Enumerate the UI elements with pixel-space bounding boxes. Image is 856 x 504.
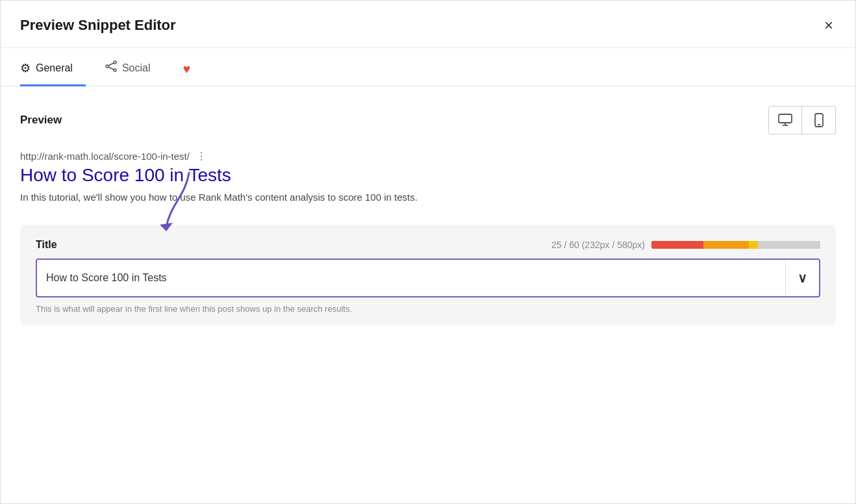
heart-icon[interactable]: ♥ (183, 50, 191, 86)
more-options-icon[interactable]: ⋮ (196, 150, 207, 162)
chevron-down-icon: ∨ (798, 271, 807, 285)
counter-progress-row: 25 / 60 (232px / 580px) (551, 240, 820, 250)
svg-point-0 (106, 65, 108, 68)
svg-point-1 (114, 61, 116, 64)
snippet-url: http://rank-math.local/score-100-in-test… (20, 151, 190, 162)
tabs-bar: ⚙ General Social ♥ (1, 48, 855, 86)
snippet-title[interactable]: How to Score 100 in Tests (20, 165, 836, 186)
mobile-view-button[interactable] (802, 106, 836, 134)
preview-section-header: Preview (20, 106, 836, 134)
title-input-row: ∨ (36, 258, 820, 297)
progress-gray (758, 241, 820, 249)
tab-social-label: Social (122, 62, 151, 74)
snippet-description: In this tutorial, we'll show you how to … (20, 190, 836, 205)
progress-yellow (749, 241, 758, 249)
title-field-label: Title (36, 239, 57, 251)
tab-social[interactable]: Social (105, 49, 164, 86)
tab-general-label: General (36, 62, 73, 74)
content-area: Preview (1, 86, 855, 338)
device-buttons (768, 106, 836, 134)
svg-line-4 (108, 67, 114, 69)
phone-icon (814, 113, 824, 127)
progress-red (651, 241, 703, 249)
title-field-hint: This is what will appear in the first li… (36, 304, 820, 314)
svg-marker-10 (160, 223, 173, 231)
field-header: Title 25 / 60 (232px / 580px) (36, 239, 820, 251)
editor-section: Title 25 / 60 (232px / 580px) ∨ (20, 225, 836, 325)
snippet-preview: http://rank-math.local/score-100-in-test… (20, 150, 836, 218)
svg-rect-5 (779, 114, 792, 123)
preview-label: Preview (20, 114, 62, 127)
svg-line-3 (108, 63, 114, 66)
snippet-url-row: http://rank-math.local/score-100-in-test… (20, 150, 836, 162)
svg-point-2 (114, 69, 116, 71)
dialog-header: Preview Snippet Editor × (1, 1, 855, 48)
social-icon (105, 60, 117, 75)
title-input[interactable] (37, 262, 785, 294)
tab-general[interactable]: ⚙ General (20, 49, 86, 86)
monitor-icon (777, 114, 793, 127)
close-button[interactable]: × (822, 15, 836, 36)
progress-orange (703, 241, 749, 249)
gear-icon: ⚙ (20, 61, 31, 75)
title-dropdown-button[interactable]: ∨ (785, 260, 819, 296)
preview-snippet-editor-dialog: Preview Snippet Editor × ⚙ General Socia… (0, 0, 856, 504)
title-progress-bar (651, 241, 820, 249)
title-counter: 25 / 60 (232px / 580px) (551, 240, 645, 250)
desktop-view-button[interactable] (768, 106, 802, 134)
dialog-title: Preview Snippet Editor (20, 17, 176, 34)
